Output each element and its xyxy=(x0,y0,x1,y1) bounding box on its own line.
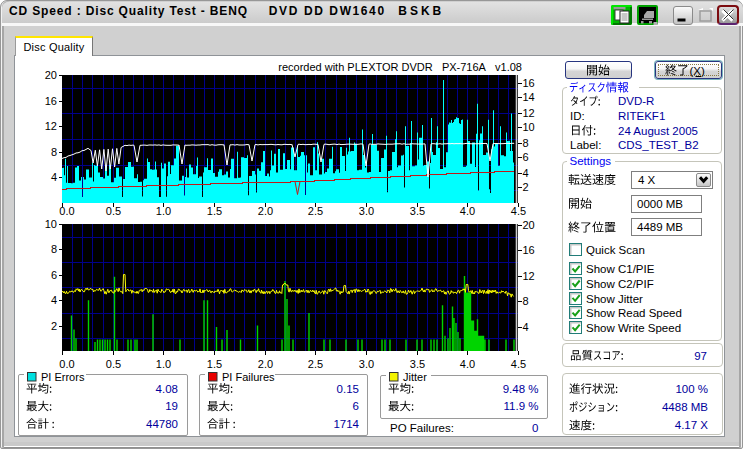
svg-text:12: 12 xyxy=(45,120,57,132)
svg-text:ID:: ID: xyxy=(570,110,585,122)
svg-text:12: 12 xyxy=(523,107,535,119)
svg-text:24 August 2005: 24 August 2005 xyxy=(618,125,698,137)
svg-text:0.5: 0.5 xyxy=(106,358,121,370)
svg-text:12: 12 xyxy=(523,270,535,282)
svg-text:14: 14 xyxy=(523,91,535,103)
svg-text:4.17 X: 4.17 X xyxy=(675,419,709,431)
svg-text:0000 MB: 0000 MB xyxy=(637,198,683,210)
svg-text:4: 4 xyxy=(51,294,57,306)
svg-text:4.5: 4.5 xyxy=(511,358,526,370)
svg-text:DVD-R: DVD-R xyxy=(618,95,654,107)
svg-text:9.48 %: 9.48 % xyxy=(503,383,539,395)
svg-text:100 %: 100 % xyxy=(675,383,708,395)
svg-text:Show Jitter: Show Jitter xyxy=(586,293,643,305)
svg-text:CDS_TEST_B2: CDS_TEST_B2 xyxy=(618,139,699,151)
svg-text:3.0: 3.0 xyxy=(359,358,374,370)
svg-text:(X): (X) xyxy=(690,65,706,77)
svg-text:Show C1/PIE: Show C1/PIE xyxy=(586,263,655,275)
svg-text:Show C2/PIF: Show C2/PIF xyxy=(586,278,654,290)
svg-text:1714: 1714 xyxy=(333,418,359,430)
svg-text:PI Errors: PI Errors xyxy=(41,371,85,383)
svg-text:4488 MB: 4488 MB xyxy=(662,401,708,413)
svg-text:2.0: 2.0 xyxy=(258,358,273,370)
svg-text:recorded with PLEXTOR DVDR P: recorded with PLEXTOR DVDR PX-716A v1.08 xyxy=(278,61,522,73)
svg-text:4: 4 xyxy=(523,321,529,333)
svg-text:4: 4 xyxy=(523,167,529,179)
svg-text:0.0: 0.0 xyxy=(59,358,74,370)
svg-text:11.9 %: 11.9 % xyxy=(504,400,539,412)
svg-text:Settings: Settings xyxy=(570,155,612,167)
svg-text:4.0: 4.0 xyxy=(460,358,475,370)
svg-text:2: 2 xyxy=(51,320,57,332)
svg-text:Label:: Label: xyxy=(570,139,601,151)
svg-text:16: 16 xyxy=(523,244,535,256)
svg-text:0.0: 0.0 xyxy=(59,205,74,217)
svg-text:4489 MB: 4489 MB xyxy=(637,221,683,233)
svg-text:0.15: 0.15 xyxy=(337,383,359,395)
svg-text:20: 20 xyxy=(523,219,535,231)
svg-text:4: 4 xyxy=(51,171,57,183)
svg-text:10: 10 xyxy=(523,121,535,133)
svg-text:16: 16 xyxy=(523,77,535,89)
svg-text:1.0: 1.0 xyxy=(156,358,171,370)
svg-text:4 X: 4 X xyxy=(638,174,656,186)
svg-text:1.5: 1.5 xyxy=(207,358,222,370)
svg-text:6: 6 xyxy=(523,151,529,163)
svg-text:PO Failures:: PO Failures: xyxy=(390,422,454,434)
svg-text:2.5: 2.5 xyxy=(308,358,323,370)
svg-text:8: 8 xyxy=(523,137,529,149)
svg-text:97: 97 xyxy=(694,350,707,362)
svg-text:19: 19 xyxy=(165,400,178,412)
svg-text:4.08: 4.08 xyxy=(156,383,178,395)
svg-text:6: 6 xyxy=(353,400,359,412)
svg-text:16: 16 xyxy=(45,95,57,107)
svg-text:3.5: 3.5 xyxy=(410,358,425,370)
svg-text:20: 20 xyxy=(45,69,57,81)
svg-text:Show Read Speed: Show Read Speed xyxy=(586,307,682,319)
svg-text:8: 8 xyxy=(523,295,529,307)
svg-text:Show Write Speed: Show Write Speed xyxy=(586,322,681,334)
svg-text:Jitter: Jitter xyxy=(403,371,427,383)
svg-text:0: 0 xyxy=(532,422,538,434)
svg-text:2: 2 xyxy=(523,181,529,193)
svg-text:RITEKF1: RITEKF1 xyxy=(618,110,665,122)
svg-text:6: 6 xyxy=(51,269,57,281)
svg-text:8: 8 xyxy=(51,243,57,255)
svg-text:Quick Scan: Quick Scan xyxy=(586,244,645,256)
svg-text:8: 8 xyxy=(51,146,57,158)
svg-text:PI Failures: PI Failures xyxy=(222,371,275,383)
svg-text:44780: 44780 xyxy=(146,418,178,430)
svg-text:10: 10 xyxy=(45,218,57,230)
